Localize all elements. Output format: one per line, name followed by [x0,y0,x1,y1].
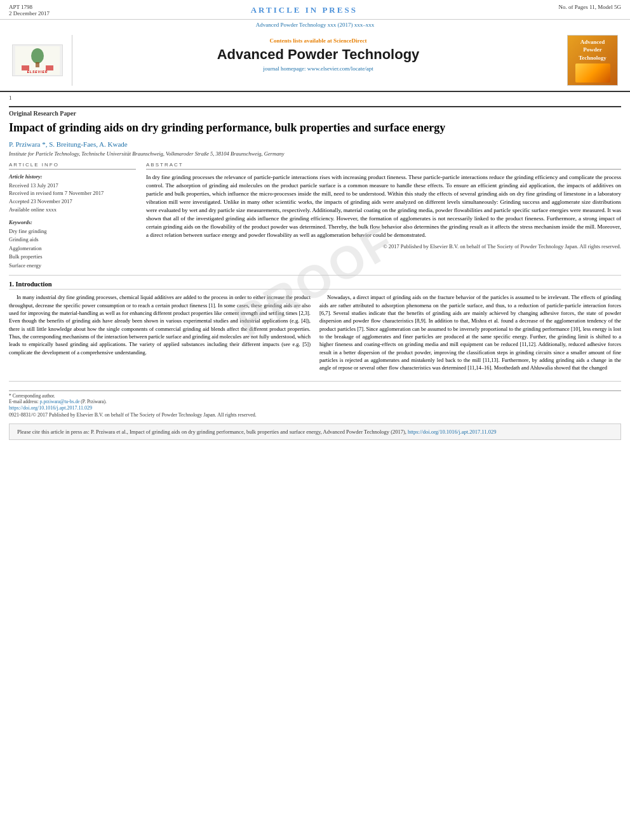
journal-homepage: journal homepage: www.elsevier.com/locat… [79,65,558,72]
history-item-2: Accepted 23 November 2017 [9,197,136,206]
abstract-heading: ABSTRACT [146,162,621,170]
cite-doi-link[interactable]: https://doi.org/10.1016/j.apt.2017.11.02… [408,429,496,435]
footer-section: * Corresponding author. E-mail address: … [9,381,621,418]
author-names: P. Prziwara *, S. Breitung-Faes, A. Kwad… [9,140,128,148]
abstract-text: In dry fine grinding processes the relev… [146,173,621,239]
footer-copyright: 0921-8831/© 2017 Published by Elsevier B… [9,412,257,418]
cite-text: Please cite this article in press as: P.… [17,429,408,435]
elsevier-logo-image: ELSEVIER [12,44,63,76]
keyword-1: Grinding aids [9,236,136,244]
intro-right-col: Nowadays, a direct impact of grinding ai… [319,293,621,374]
article-main: PROOF Impact of grinding aids on dry gri… [9,121,621,440]
keyword-items: Dry fine grinding Grinding aids Agglomer… [9,227,136,270]
top-bar: APT 1798 2 December 2017 ARTICLE IN PRES… [0,0,630,20]
citation-line: Advanced Powder Technology xxx (2017) xx… [0,20,630,30]
history-items: Received 13 July 2017 Received in revise… [9,182,136,214]
history-item-1: Received in revised form 7 November 2017 [9,189,136,197]
article-in-press-label: ARTICLE IN PRESS [251,5,358,15]
intro-title: 1. Introduction [9,281,621,290]
article-id: APT 1798 2 December 2017 [9,4,50,17]
article-title: Impact of grinding aids on dry grinding … [9,121,621,135]
svg-rect-2 [36,62,39,67]
intro-right-text: Nowadays, a direct impact of grinding ai… [319,293,621,371]
abstract-column: ABSTRACT In dry fine grinding processes … [146,162,621,270]
journal-citation: Advanced Powder Technology xxx (2017) xx… [256,22,374,28]
apt-number: APT 1798 [9,4,50,10]
corresponding-note: * Corresponding author. E-mail address: … [9,390,621,404]
intro-text-columns: In many industrial dry fine grinding pro… [9,293,621,374]
affiliation: Institute for Particle Technology, Techn… [9,150,621,157]
journal-title: Advanced Powder Technology [79,46,558,63]
svg-text:ELSEVIER: ELSEVIER [27,70,48,74]
sciencedirect-label: Contents lists available at ScienceDirec… [79,37,558,44]
intro-left-col: In many industrial dry fine grinding pro… [9,293,311,374]
doi-link[interactable]: https://doi.org/10.1016/j.apt.2017.11.02… [9,405,92,411]
press-banner: ARTICLE IN PRESS [251,4,358,17]
pages-model: No. of Pages 11, Model 5G [559,4,621,10]
article-info-heading: ARTICLE INFO [9,162,136,170]
apt-logo-box: Advanced Powder Technology [567,35,618,86]
corresponding-label: * Corresponding author. [9,393,55,399]
authors-line: P. Prziwara *, S. Breitung-Faes, A. Kwad… [9,140,621,148]
publisher-logo: ELSEVIER [9,35,72,86]
email-suffix: (P. Prziwara). [79,399,107,404]
author-email[interactable]: p.prziwara@tu-bs.de [40,399,80,404]
main-content: 1 Original Research Paper PROOF Impact o… [0,95,630,440]
citation-box: Please cite this article in press as: P.… [9,423,621,440]
article-date: 2 December 2017 [9,10,50,17]
journal-info: Contents lists available at ScienceDirec… [79,35,558,86]
intro-left-text: In many industrial dry fine grinding pro… [9,293,311,356]
page-number: 1 [9,95,621,101]
keyword-2: Agglomeration [9,244,136,253]
keywords-label: Keywords: [9,219,136,225]
history-item-3: Available online xxxx [9,206,136,214]
keyword-0: Dry fine grinding [9,227,136,236]
svg-point-1 [31,48,44,63]
apt-logo: Advanced Powder Technology [564,35,621,86]
keyword-3: Bulk properties [9,253,136,262]
history-item-0: Received 13 July 2017 [9,182,136,190]
keyword-4: Surface energy [9,262,136,270]
section-divider [9,275,621,276]
article-info-column: ARTICLE INFO Article history: Received 1… [9,162,136,270]
introduction-section: 1. Introduction In many industrial dry f… [9,281,621,374]
article-info-abstract: ARTICLE INFO Article history: Received 1… [9,162,621,270]
abstract-copyright: © 2017 Published by Elsevier B.V. on beh… [146,243,621,251]
article-type-label: Original Research Paper [9,106,621,117]
history-label: Article history: [9,173,136,180]
doi-line: https://doi.org/10.1016/j.apt.2017.11.02… [9,404,621,418]
journal-header: ELSEVIER Contents lists available at Sci… [0,30,630,92]
email-label: E-mail address: [9,399,40,404]
